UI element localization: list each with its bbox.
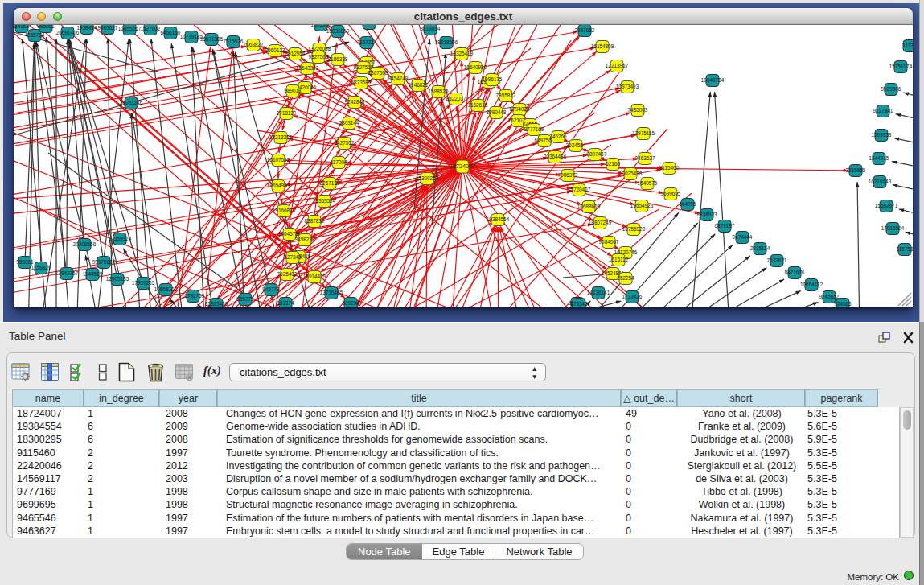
svg-text:10654112: 10654112 <box>800 282 823 287</box>
svg-text:252254: 252254 <box>617 275 634 281</box>
svg-text:17359924: 17359924 <box>109 236 132 241</box>
svg-text:19166825: 19166825 <box>273 208 296 213</box>
svg-text:20364436: 20364436 <box>544 154 567 159</box>
svg-text:9146821: 9146821 <box>409 82 429 88</box>
svg-text:13716485: 13716485 <box>320 290 343 295</box>
svg-text:6466160: 6466160 <box>161 30 181 35</box>
svg-text:12213319: 12213319 <box>269 134 293 140</box>
svg-text:15720407: 15720407 <box>568 187 591 192</box>
svg-text:17016504: 17016504 <box>881 225 905 231</box>
svg-text:1733426: 1733426 <box>622 294 643 299</box>
svg-text:19218506: 19218506 <box>435 39 458 45</box>
svg-text:8912954: 8912954 <box>285 51 306 56</box>
svg-text:117004: 117004 <box>331 159 347 165</box>
svg-text:1096175: 1096175 <box>483 76 503 82</box>
svg-text:14136141: 14136141 <box>587 290 610 295</box>
svg-text:9529966: 9529966 <box>881 86 901 92</box>
svg-text:8813054: 8813054 <box>421 26 441 31</box>
svg-text:62160: 62160 <box>606 161 620 167</box>
svg-text:7986372: 7986372 <box>558 172 578 178</box>
svg-text:8990448: 8990448 <box>487 109 507 115</box>
svg-text:9327503: 9327503 <box>309 54 329 60</box>
svg-text:9777169: 9777169 <box>524 126 544 132</box>
svg-text:8471676: 8471676 <box>785 270 805 275</box>
svg-text:1527602: 1527602 <box>141 26 161 31</box>
svg-text:8186328: 8186328 <box>328 56 348 62</box>
svg-text:5873685: 5873685 <box>351 80 372 85</box>
svg-text:2087682: 2087682 <box>575 27 595 33</box>
svg-text:924565: 924565 <box>834 301 852 307</box>
svg-text:1588520: 1588520 <box>429 89 449 94</box>
svg-text:8322037: 8322037 <box>446 96 466 101</box>
svg-text:12942757: 12942757 <box>55 270 79 276</box>
svg-text:7515526: 7515526 <box>224 39 244 44</box>
svg-text:7955812: 7955812 <box>496 93 516 98</box>
svg-text:13353594: 13353594 <box>313 198 336 204</box>
svg-text:20691406: 20691406 <box>56 30 80 35</box>
svg-text:1244415: 1244415 <box>869 155 889 161</box>
svg-text:3215955: 3215955 <box>846 167 866 173</box>
svg-text:3024554: 3024554 <box>566 142 586 148</box>
svg-text:16671385: 16671385 <box>200 36 224 42</box>
svg-text:16154808: 16154808 <box>591 43 614 49</box>
svg-text:10648784: 10648784 <box>701 77 725 83</box>
svg-text:9245652: 9245652 <box>819 294 840 299</box>
svg-text:8267130: 8267130 <box>320 180 340 186</box>
svg-text:9115460: 9115460 <box>659 165 680 171</box>
svg-text:2367608: 2367608 <box>368 70 388 76</box>
svg-text:13325419: 13325419 <box>450 51 474 56</box>
svg-text:10046786: 10046786 <box>278 231 302 237</box>
svg-text:163374: 163374 <box>277 300 294 306</box>
svg-text:127343: 127343 <box>284 254 302 260</box>
svg-text:945779: 945779 <box>262 286 280 292</box>
svg-text:9960123: 9960123 <box>265 47 285 53</box>
svg-text:16543362: 16543362 <box>296 65 319 71</box>
svg-text:8427552: 8427552 <box>335 140 355 146</box>
svg-text:16210643: 16210643 <box>869 179 892 184</box>
svg-text:1615112: 1615112 <box>609 257 629 262</box>
svg-text:12905135: 12905135 <box>106 276 129 282</box>
svg-text:1156829: 1156829 <box>31 265 51 270</box>
svg-text:1144519: 1144519 <box>83 271 103 277</box>
svg-text:15300213: 15300213 <box>416 175 439 181</box>
svg-text:7625402: 7625402 <box>277 271 298 277</box>
svg-text:6794028: 6794028 <box>510 106 530 112</box>
svg-text:20053346: 20053346 <box>120 100 143 105</box>
svg-text:17957255: 17957255 <box>132 280 155 286</box>
svg-text:746266: 746266 <box>549 134 567 139</box>
svg-text:13226058: 13226058 <box>308 46 331 51</box>
svg-text:4055714: 4055714 <box>25 32 45 38</box>
svg-text:881305: 881305 <box>360 25 378 26</box>
svg-text:989013: 989013 <box>284 88 302 93</box>
svg-text:1549575: 1549575 <box>638 180 658 186</box>
svg-text:18724007: 18724007 <box>450 163 475 170</box>
svg-text:6879197: 6879197 <box>715 223 735 229</box>
svg-text:8387832: 8387832 <box>305 218 325 224</box>
svg-text:16033809: 16033809 <box>326 28 350 34</box>
svg-text:10688609: 10688609 <box>577 204 601 209</box>
svg-text:9242848: 9242848 <box>345 99 365 105</box>
svg-text:2935114: 2935114 <box>750 245 770 251</box>
svg-text:16107552: 16107552 <box>267 157 290 163</box>
svg-text:16640910: 16640910 <box>464 64 487 70</box>
svg-text:10973493: 10973493 <box>616 84 639 89</box>
svg-text:12975115: 12975115 <box>632 130 655 136</box>
svg-text:10756928: 10756928 <box>622 226 646 232</box>
svg-text:9474444: 9474444 <box>733 234 753 240</box>
svg-text:99975887: 99975887 <box>92 259 116 265</box>
svg-text:20206556: 20206556 <box>73 241 97 247</box>
svg-text:164095: 164095 <box>679 201 696 207</box>
svg-text:12923468: 12923468 <box>205 301 228 307</box>
svg-text:19654983: 19654983 <box>267 183 290 188</box>
svg-text:1162615: 1162615 <box>468 102 488 108</box>
svg-text:9463627: 9463627 <box>98 25 118 31</box>
svg-text:18807249: 18807249 <box>589 220 612 225</box>
svg-text:7663822: 7663822 <box>244 42 264 47</box>
svg-text:12213967: 12213967 <box>606 63 629 68</box>
svg-text:1209358: 1209358 <box>872 132 892 138</box>
svg-text:7632621: 7632621 <box>767 257 787 263</box>
svg-text:116753: 116753 <box>897 246 913 252</box>
svg-text:15692971: 15692971 <box>875 203 898 208</box>
svg-text:19384554: 19384554 <box>487 216 510 222</box>
svg-text:965779: 965779 <box>236 296 254 302</box>
